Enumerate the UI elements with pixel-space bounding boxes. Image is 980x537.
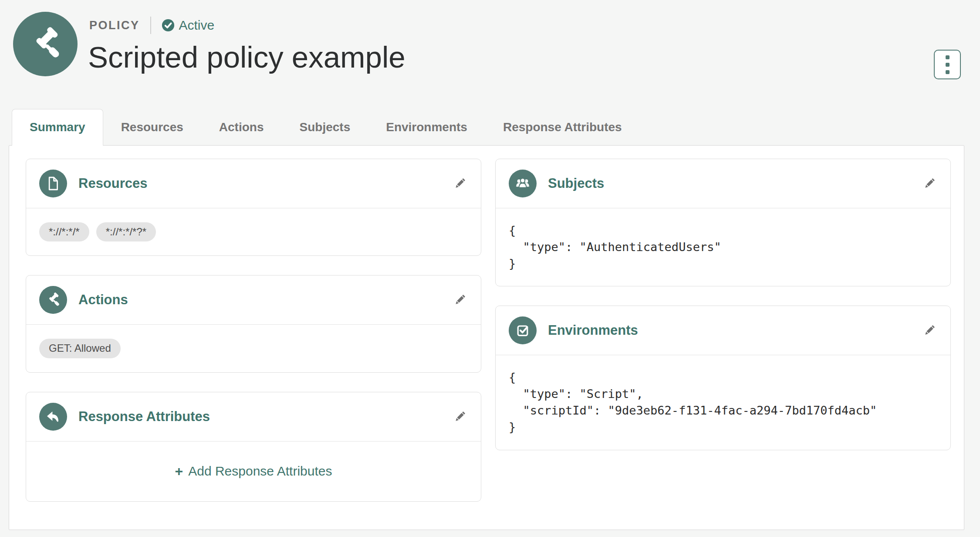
resources-card-body: *://*:*/* *://*:*/*?*	[26, 208, 481, 255]
actions-card: Actions GET: Allowed	[26, 275, 481, 372]
page-title: Scripted policy example	[88, 41, 406, 74]
policy-summary-screen: POLICY Active Scripted policy example Su…	[0, 0, 980, 530]
header-text: POLICY Active Scripted policy example	[89, 16, 406, 74]
active-check-icon	[162, 19, 175, 32]
pencil-icon	[452, 292, 468, 308]
kebab-dot	[946, 55, 950, 59]
environments-card-body: { "type": "Script", "scriptId": "9de3eb6…	[496, 355, 950, 450]
resources-card-title: Resources	[78, 176, 148, 191]
environments-card-title: Environments	[548, 323, 638, 338]
reply-arrow-icon	[39, 403, 67, 431]
edit-subjects-button[interactable]	[922, 176, 937, 191]
edit-resources-button[interactable]	[452, 176, 468, 191]
subjects-json: { "type": "AuthenticatedUsers" }	[509, 222, 937, 272]
left-column: Resources *://*:*/* *://*:*/*?* Actions	[26, 159, 481, 502]
add-response-attributes-link[interactable]: + Add Response Attributes	[175, 463, 332, 479]
subjects-card: Subjects { "type": "AuthenticatedUsers" …	[495, 159, 951, 286]
gavel-icon	[25, 24, 65, 64]
policy-avatar	[13, 12, 78, 76]
file-icon	[39, 170, 67, 197]
meta-row: POLICY Active	[89, 16, 406, 35]
response-attributes-card-body: + Add Response Attributes	[26, 442, 481, 501]
environments-json: { "type": "Script", "scriptId": "9de3eb6…	[509, 369, 937, 435]
edit-response-attributes-button[interactable]	[452, 409, 468, 425]
tab-environments[interactable]: Environments	[368, 109, 485, 146]
right-column: Subjects { "type": "AuthenticatedUsers" …	[495, 159, 951, 502]
pencil-icon	[452, 409, 468, 425]
edit-environments-button[interactable]	[922, 323, 937, 338]
resource-tag: *://*:*/*	[39, 222, 89, 241]
vertical-divider	[150, 17, 151, 34]
tab-bar: Summary Resources Actions Subjects Envir…	[12, 109, 980, 145]
pencil-icon	[922, 323, 937, 338]
response-attributes-card-title: Response Attributes	[78, 409, 210, 425]
more-options-button[interactable]	[934, 50, 961, 79]
tab-summary[interactable]: Summary	[12, 109, 103, 146]
action-tag: GET: Allowed	[39, 339, 121, 358]
check-square-icon	[509, 316, 537, 344]
users-icon	[509, 170, 537, 197]
kebab-dot	[946, 63, 950, 67]
summary-panel: Resources *://*:*/* *://*:*/*?* Actions	[9, 145, 964, 530]
pencil-icon	[922, 176, 937, 191]
subjects-card-header: Subjects	[496, 159, 950, 208]
pencil-icon	[452, 176, 468, 191]
response-attributes-card: Response Attributes + Add Response Attri…	[26, 392, 481, 502]
gavel-icon	[39, 286, 67, 314]
tab-subjects[interactable]: Subjects	[282, 109, 368, 146]
entity-type-label: POLICY	[89, 19, 140, 32]
environments-card: Environments { "type": "Script", "script…	[495, 306, 951, 450]
resources-card: Resources *://*:*/* *://*:*/*?*	[26, 159, 481, 256]
subjects-card-title: Subjects	[548, 176, 604, 191]
environments-card-header: Environments	[496, 306, 950, 355]
page-header: POLICY Active Scripted policy example	[0, 0, 980, 109]
add-link-label: Add Response Attributes	[188, 464, 332, 479]
plus-icon: +	[175, 463, 183, 479]
resources-card-header: Resources	[26, 159, 481, 208]
status-badge: Active	[162, 18, 215, 33]
edit-actions-button[interactable]	[452, 292, 468, 308]
tab-actions[interactable]: Actions	[201, 109, 282, 146]
resource-tag: *://*:*/*?*	[96, 222, 156, 241]
actions-card-title: Actions	[78, 292, 128, 308]
response-attributes-card-header: Response Attributes	[26, 392, 481, 442]
actions-card-header: Actions	[26, 275, 481, 325]
kebab-dot	[946, 70, 950, 74]
subjects-card-body: { "type": "AuthenticatedUsers" }	[496, 208, 950, 286]
status-label: Active	[179, 18, 215, 33]
tab-response-attributes[interactable]: Response Attributes	[485, 109, 640, 146]
actions-card-body: GET: Allowed	[26, 325, 481, 372]
tab-resources[interactable]: Resources	[103, 109, 201, 146]
